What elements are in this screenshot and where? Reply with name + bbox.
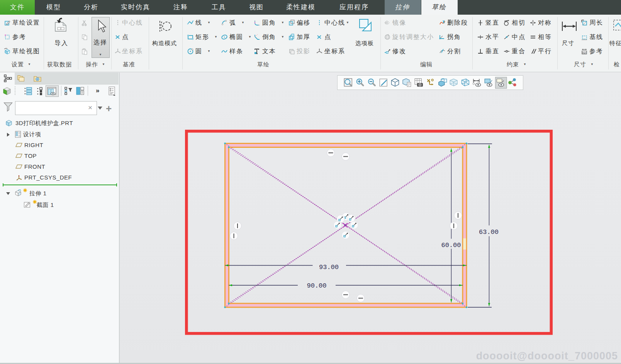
- svg-text:93.00: 93.00: [319, 264, 339, 271]
- svg-text:90.00: 90.00: [307, 282, 326, 290]
- svg-text:63.00: 63.00: [479, 229, 499, 236]
- svg-text:60.00: 60.00: [441, 242, 461, 249]
- svg-text:REF: REF: [582, 52, 587, 54]
